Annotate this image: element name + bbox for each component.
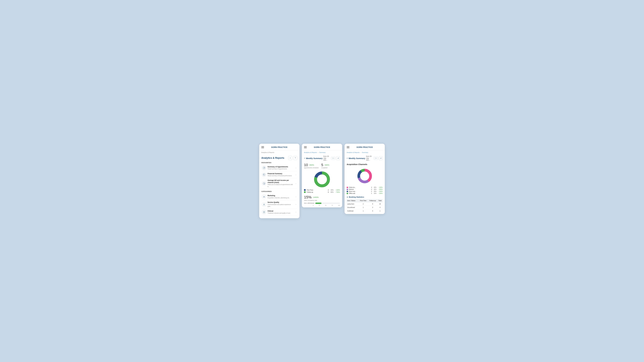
screen-3: GORN PRACTICE Analytics & Reports › Summ… [344,144,385,214]
screen3-back-arrow[interactable]: < [347,157,348,159]
marketing-subtitle: Acquisition channels, advertising etc. [268,197,294,199]
direct-change: ↑100% [377,191,383,192]
appointments-chevron: › [296,167,296,169]
donut-legend: First Time 2 20% ↑100% Follow-up 8 80% ↑… [302,189,342,194]
followup-count: 8 [327,191,329,193]
screen3-filter-button[interactable]: ▽ ▾ [374,157,378,160]
legend-row-firsttime: First Time 2 20% ↑100% [304,189,340,191]
help-button[interactable]: ? [293,156,297,160]
firsttime-dot [304,189,306,191]
screens-container: GORN PRACTICE Analytics & Reports Analyt… [259,144,385,218]
page-heading: Analytics & Reports [261,157,284,159]
booking-stats-section: ∧ Booking Statistics User / Status First… [344,195,385,214]
screen3-weekly-date: from 29 July 202... [366,155,373,161]
list-item-appointments[interactable]: Summary of Appointments Visual summary o… [261,164,297,171]
firsttime-pct: 20% [330,189,334,191]
unconfirmed-first: 1 [358,206,368,209]
screen3-refresh-icon: ↺ [380,157,382,159]
unconfirmed-followup: 3 [368,206,377,209]
categories-label: CATEGORIES [261,191,297,192]
back-arrow[interactable]: < [304,157,305,159]
avgbill-icon [262,181,266,186]
offline-change: ↑100% [377,193,383,194]
screen2-hamburger[interactable] [304,146,307,148]
refresh-icon: ↺ [338,157,339,159]
appointments-title: Summary of Appointments [268,166,294,168]
followup-dot [304,191,306,193]
screen1-body: Analytics & Reports + ? FAVOURITES Summa… [259,154,300,218]
clinical-chevron: › [296,211,296,213]
donut-chart-container [302,170,342,189]
referral-count: 3 [370,189,372,190]
offline-name: Offline ads [349,193,369,194]
offline-count: 1 [370,193,372,194]
weekly-date: from 29 July 202... [323,155,330,161]
clinical-subtitle: Treatment volumes and quality of care [268,212,294,214]
svg-point-5 [264,204,264,205]
service-icon [262,202,266,207]
clinical-icon [262,210,266,214]
marketing-title: Marketing [268,195,294,197]
avgbill-text: Average bill and income per channel (cha… [268,179,294,187]
add-button[interactable]: + [288,156,292,160]
online-name: Online bo... [349,187,369,188]
service-text: Service Quality Communication and patien… [268,201,294,207]
categories-list: Marketing Acquisition channels, advertis… [261,193,297,216]
larisa-user: Larisa Gorn [347,202,358,206]
referral-name: Referral [349,189,369,190]
screen1-header: GORN PRACTICE [259,144,300,150]
acq-donut-container [347,167,383,186]
list-item-service[interactable]: Service Quality Communication and patien… [261,200,297,209]
list-item-marketing[interactable]: Marketing Acquisition channels, advertis… [261,193,297,200]
screen-1: GORN PRACTICE Analytics & Reports Analyt… [259,144,300,218]
svg-marker-3 [263,196,265,197]
list-item-clinical[interactable]: Clinical Treatment volumes and quality o… [261,209,297,216]
referral-pct: 30% [373,189,376,190]
clinical-text: Clinical Treatment volumes and quality o… [268,210,294,214]
screen1-title: GORN PRACTICE [271,146,288,148]
stat-scheduled-number: 10 ↑900% [304,163,318,167]
header-actions: + ? [288,156,297,160]
screen3-title: GORN PRACTICE [356,146,373,148]
financial-text: Financial Summary Visual summary of fina… [268,173,294,177]
confirmed-total: 1 [377,209,383,213]
avgbill-title: Average bill and income per channel (cha… [268,179,294,184]
online-change: ↑100% [377,187,383,188]
refresh-button[interactable]: ↺ [336,156,340,160]
screen3-filter-icon: ▽ [375,157,376,159]
screen3-hamburger[interactable] [347,146,349,148]
stat-completed-label: completed [321,167,329,169]
col-followup: Follow-up [368,199,377,202]
financial-title: Financial Summary [268,173,294,175]
financial-subtitle: Visual summary of financial performance [268,175,294,177]
table-row-unconfirmed: Unconfirmed 1 3 4 [347,206,383,209]
unconfirmed-user: Unconfirmed [347,206,358,209]
acq-row-direct: Direct mar... 2 20% ↑100% [347,190,383,192]
col-firsttime: First Time [358,199,368,202]
hamburger-icon[interactable] [261,146,264,148]
direct-name: Direct mar... [349,191,369,192]
appointments-icon [262,166,266,170]
screen3-header: GORN PRACTICE [344,144,385,150]
direct-count: 2 [370,191,372,192]
screen3-refresh-button[interactable]: ↺ [379,156,383,160]
direct-dot [347,191,348,192]
stat-completed: 5 ↑400% completed [321,163,329,169]
list-item-avgbill[interactable]: Average bill and income per channel (cha… [261,178,297,189]
acq-row-offline: Offline ads 1 10% ↑100% [347,192,383,194]
favourites-label: FAVOURITES [261,162,297,163]
referral-change: ↑200% [377,189,383,190]
referral-dot [347,189,348,190]
firsttime-count: 2 [327,189,329,191]
acq-row-referral: Referral 3 30% ↑200% [347,188,383,190]
list-item-financial[interactable]: Financial Summary Visual summary of fina… [261,171,297,178]
unconfirmed-total: 4 [377,206,383,209]
booking-collapse-icon[interactable]: ∧ [347,196,348,198]
larisa-first: 2 [358,202,368,206]
confirmed-user: Confirmed [347,209,358,213]
clinical-title: Clinical [268,210,294,212]
screen3-breadcrumb: Analytics & Reports › Summary [344,150,385,154]
online-count: 4 [370,187,372,188]
occupancy-section: 15% ↑1400% users' occupancy rate [302,194,342,202]
filter-button[interactable]: ▽ ▾ [331,157,336,160]
